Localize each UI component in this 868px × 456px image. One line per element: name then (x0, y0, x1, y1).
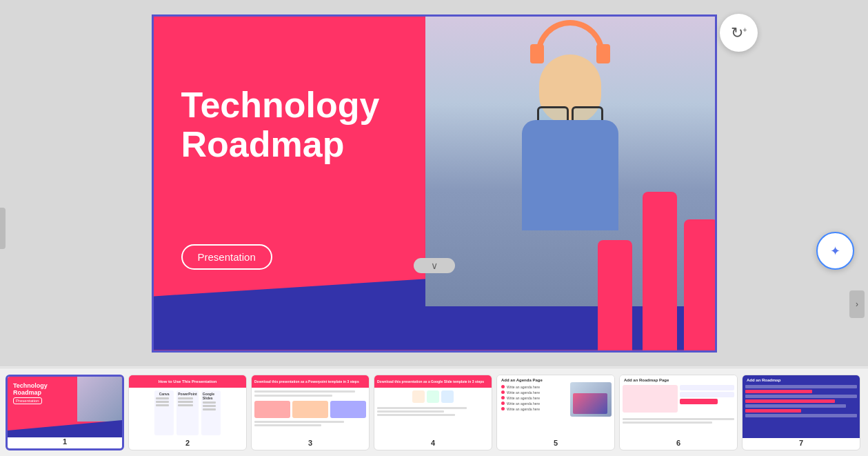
thumb6-background: Add an Roadmap Page (620, 375, 737, 439)
thumb1-photo (77, 377, 122, 422)
thumbnail-7[interactable]: Add an Roadmap 7 (742, 375, 860, 450)
thumb4-header-text: Download this presentation as a Google S… (377, 379, 484, 384)
thumb3-header: Download this presentation as a Powerpoi… (252, 375, 369, 388)
thumb2-number: 2 (185, 439, 190, 447)
decorative-bar-2 (643, 192, 677, 350)
main-slide[interactable]: Technology Roadmap Presentation (152, 14, 717, 353)
thumb4-icons (374, 388, 492, 406)
thumb6-number: 6 (676, 439, 680, 447)
headphones-arc (536, 20, 605, 54)
scroll-right-icon: › (856, 299, 858, 309)
thumb6-content (620, 384, 737, 414)
thumb4-background: Download this presentation as a Google S… (374, 375, 492, 439)
person-torso (522, 120, 618, 230)
thumb3-steps (252, 399, 369, 419)
magic-fab-button[interactable]: ✦ (816, 232, 854, 270)
thumb3-header-text: Download this presentation as a Powerpoi… (254, 379, 359, 384)
thumb2-col-2: PowerPoint (176, 390, 199, 436)
slide-subtitle-button[interactable]: Presentation (181, 244, 272, 270)
thumbnail-strip: TechnologyRoadmapPresentation 1 How to U… (0, 368, 868, 456)
left-edge-indicator (0, 208, 6, 249)
chevron-down-button[interactable]: ∨ (414, 258, 455, 273)
thumb2-header: How to Use This Presentation (129, 375, 246, 388)
thumb7-rows (743, 384, 860, 419)
thumb2-content: Canva PowerPoint Googl (152, 388, 223, 439)
thumb1-number: 1 (63, 437, 67, 446)
decorative-bar-1 (598, 240, 632, 350)
thumb3-background: Download this presentation as a Powerpoi… (252, 375, 369, 439)
thumbnail-1[interactable]: TechnologyRoadmapPresentation 1 (6, 375, 124, 450)
person-face (539, 54, 601, 123)
thumb7-header: Add an Roadmap (743, 375, 860, 384)
magic-icon: ✦ (830, 244, 840, 259)
refresh-icon: ↻+ (731, 24, 747, 42)
thumbnail-2[interactable]: How to Use This Presentation Canva Power… (128, 375, 247, 450)
thumb3-lines (252, 388, 369, 399)
slide-title[interactable]: Technology Roadmap (181, 86, 436, 164)
thumb5-background: Add an Agenda Page Write an agenda here … (497, 375, 614, 439)
thumb7-background: Add an Roadmap (743, 375, 860, 439)
thumb7-number: 7 (799, 439, 803, 447)
refresh-fab-button[interactable]: ↻+ (720, 14, 758, 52)
main-editing-area: Technology Roadmap Presentation ↻+ ✦ (0, 0, 868, 366)
thumb1-background: TechnologyRoadmapPresentation (8, 377, 122, 437)
thumbnail-6[interactable]: Add an Roadmap Page 6 (619, 375, 738, 450)
thumb2-header-text: How to Use This Presentation (159, 379, 217, 384)
decorative-bar-3 (684, 219, 717, 350)
thumb3-number: 3 (308, 439, 312, 447)
thumbnail-5[interactable]: Add an Agenda Page Write an agenda here … (496, 375, 615, 450)
thumb2-col-3: Google Slides (201, 390, 221, 436)
thumb1-title: TechnologyRoadmapPresentation (13, 382, 48, 404)
headphone-left (530, 44, 544, 63)
scroll-right-button[interactable]: › (849, 290, 865, 318)
thumb6-header: Add an Roadmap Page (620, 375, 737, 384)
thumb2-col-1: Canva (154, 390, 174, 436)
thumbnail-3[interactable]: Download this presentation as a Powerpoi… (251, 375, 370, 450)
thumb1-purple-bar (8, 420, 122, 437)
thumb4-number: 4 (431, 439, 435, 447)
chevron-down-icon: ∨ (431, 260, 438, 271)
thumb2-background: How to Use This Presentation Canva Power… (129, 375, 246, 439)
thumb5-number: 5 (554, 439, 558, 447)
person-glasses (537, 106, 603, 120)
thumb4-header: Download this presentation as a Google S… (374, 375, 492, 388)
headphone-right (596, 44, 610, 63)
thumbnail-4[interactable]: Download this presentation as a Google S… (374, 375, 492, 450)
thumb5-image (570, 382, 612, 417)
